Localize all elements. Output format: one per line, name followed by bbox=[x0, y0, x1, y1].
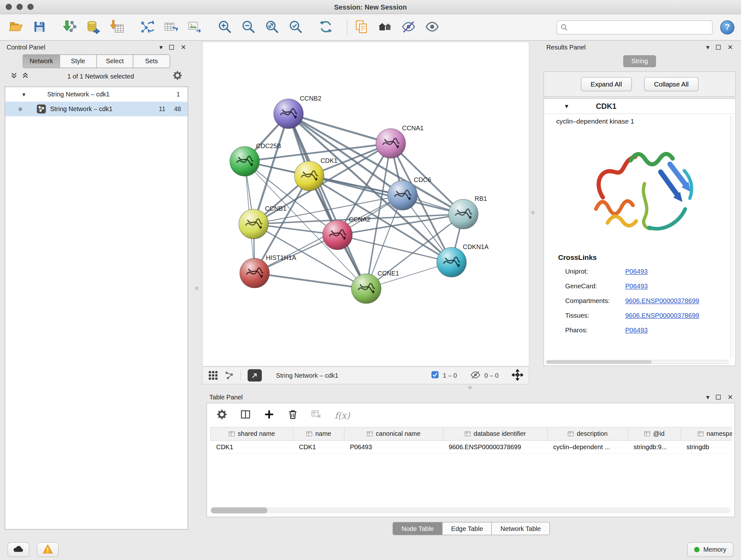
network-view[interactable]: CCNB2CCNA1CDC25BCDK1CDC6RB1CCNB1CCNA2CDK… bbox=[202, 42, 529, 366]
panel-collapse-icon[interactable]: ▾ bbox=[706, 44, 710, 51]
panel-splitter-handle[interactable] bbox=[531, 211, 534, 214]
column-header[interactable]: database identifier bbox=[443, 427, 547, 440]
minimize-window-button[interactable] bbox=[17, 4, 23, 10]
scrollbar-thumb[interactable] bbox=[211, 507, 267, 513]
cell-id[interactable]: stringdb:9... bbox=[628, 440, 681, 453]
column-header[interactable]: namespace bbox=[681, 427, 732, 440]
disclosure-triangle-icon[interactable]: ▼ bbox=[564, 103, 569, 110]
horizontal-scrollbar[interactable] bbox=[211, 507, 731, 513]
zoom-in-button[interactable] bbox=[215, 18, 233, 36]
vertical-scrollbar[interactable] bbox=[730, 115, 734, 358]
panel-splitter-handle[interactable] bbox=[195, 287, 199, 290]
add-column-icon[interactable] bbox=[264, 409, 274, 422]
zoom-fit-button[interactable] bbox=[263, 18, 280, 36]
home-button[interactable] bbox=[376, 18, 394, 36]
annotation-export-button[interactable] bbox=[248, 369, 262, 382]
cell-name[interactable]: CDK1 bbox=[293, 440, 344, 453]
cell-database-identifier[interactable]: 9606.ENSP00000378699 bbox=[443, 440, 547, 453]
column-header[interactable]: shared name bbox=[211, 427, 293, 440]
panel-float-icon[interactable] bbox=[170, 45, 174, 50]
network-node-cdk1[interactable]: CDK1 bbox=[294, 157, 337, 191]
column-header[interactable]: @id bbox=[628, 427, 681, 440]
import-network-database-button[interactable] bbox=[84, 18, 102, 36]
save-session-button[interactable] bbox=[30, 18, 48, 36]
new-network-from-selection-button[interactable] bbox=[138, 18, 156, 36]
panel-float-icon[interactable] bbox=[716, 45, 721, 50]
cloud-status-button[interactable] bbox=[8, 542, 29, 557]
copy-button[interactable] bbox=[352, 18, 370, 36]
crosslink-link[interactable]: P06493 bbox=[625, 327, 648, 334]
tab-select[interactable]: Select bbox=[96, 54, 133, 68]
network-share-icon[interactable] bbox=[224, 371, 234, 380]
collapse-all-button[interactable]: Collapse All bbox=[644, 77, 698, 91]
memory-button[interactable]: Memory bbox=[687, 542, 734, 557]
cell-namespace[interactable]: stringdb bbox=[681, 440, 732, 453]
selected-checkbox-icon[interactable] bbox=[431, 371, 439, 380]
horizontal-scrollbar[interactable] bbox=[546, 360, 729, 364]
crosslink-link[interactable]: 9606.ENSP00000378699 bbox=[625, 297, 699, 304]
apply-layout-button[interactable] bbox=[317, 18, 334, 36]
cell-description[interactable]: cyclin–dependent ... bbox=[548, 440, 628, 453]
column-header[interactable]: description bbox=[548, 427, 628, 440]
panel-close-icon[interactable]: ✕ bbox=[727, 394, 733, 401]
birdseye-grid-icon[interactable] bbox=[208, 371, 218, 380]
search-input[interactable] bbox=[556, 20, 713, 34]
expand-all-icon[interactable] bbox=[22, 72, 29, 80]
collapse-all-icon[interactable] bbox=[10, 72, 17, 80]
import-network-file-button[interactable] bbox=[61, 18, 78, 36]
show-columns-icon[interactable] bbox=[240, 409, 251, 422]
export-image-button[interactable] bbox=[185, 18, 203, 36]
network-row-selected[interactable]: String Network – cdk1 11 48 bbox=[5, 102, 188, 116]
panel-collapse-icon[interactable]: ▾ bbox=[159, 44, 162, 51]
hide-graphics-details-button[interactable] bbox=[399, 18, 417, 36]
network-node-ccna1[interactable]: CCNA1 bbox=[376, 125, 423, 159]
tab-sets[interactable]: Sets bbox=[133, 54, 170, 68]
help-button[interactable]: ? bbox=[720, 20, 734, 34]
panel-close-icon[interactable]: ✕ bbox=[181, 44, 186, 51]
network-edge[interactable] bbox=[288, 114, 366, 289]
close-window-button[interactable] bbox=[6, 4, 12, 10]
table-settings-gear-icon[interactable] bbox=[216, 409, 227, 422]
network-graph[interactable]: CCNB2CCNA1CDC25BCDK1CDC6RB1CCNB1CCNA2CDK… bbox=[203, 42, 529, 366]
tab-network[interactable]: Network bbox=[23, 54, 60, 68]
zoom-window-button[interactable] bbox=[27, 4, 33, 10]
protein-card-header[interactable]: ▼ CDK1 bbox=[544, 99, 735, 114]
cell-shared-name[interactable]: CDK1 bbox=[211, 440, 293, 453]
zoom-selected-button[interactable] bbox=[286, 18, 304, 36]
export-table-button[interactable] bbox=[161, 18, 179, 36]
crosslink-link[interactable]: P06493 bbox=[625, 268, 648, 275]
hidden-eye-slash-icon[interactable] bbox=[470, 369, 481, 381]
column-header[interactable]: name bbox=[293, 427, 344, 440]
panel-float-icon[interactable] bbox=[716, 395, 721, 400]
function-builder-button[interactable]: f(x) bbox=[334, 410, 350, 421]
panel-close-icon[interactable]: ✕ bbox=[727, 44, 733, 51]
panel-collapse-icon[interactable]: ▾ bbox=[706, 394, 710, 401]
column-header[interactable]: canonical name bbox=[344, 427, 443, 440]
network-node-ccnb2[interactable]: CCNB2 bbox=[274, 95, 321, 129]
table-row[interactable]: CDK1 CDK1 P06493 9606.ENSP00000378699 cy… bbox=[211, 440, 732, 453]
network-node-ccnb1[interactable]: CCNB1 bbox=[239, 205, 286, 239]
pan-crosshair-icon[interactable] bbox=[512, 369, 523, 382]
crosslink-link[interactable]: 9606.ENSP00000378699 bbox=[625, 312, 699, 319]
string-results-tab[interactable]: String bbox=[623, 55, 656, 67]
open-session-button[interactable] bbox=[7, 18, 24, 36]
scrollbar-thumb[interactable] bbox=[546, 360, 652, 363]
network-node-rb1[interactable]: RB1 bbox=[448, 195, 487, 229]
disclosure-triangle-icon[interactable]: ▼ bbox=[21, 91, 26, 98]
tab-style[interactable]: Style bbox=[59, 54, 97, 68]
gear-icon[interactable] bbox=[173, 71, 183, 82]
delete-column-trash-icon[interactable] bbox=[287, 409, 298, 422]
tab-network-table[interactable]: Network Table bbox=[491, 522, 550, 535]
panel-splitter-handle[interactable] bbox=[468, 386, 472, 389]
zoom-out-button[interactable] bbox=[239, 18, 257, 36]
import-table-button[interactable] bbox=[108, 18, 126, 36]
tab-edge-table[interactable]: Edge Table bbox=[442, 522, 492, 535]
network-edge[interactable] bbox=[255, 273, 366, 289]
show-graphics-details-button[interactable] bbox=[423, 18, 441, 36]
network-collection-row[interactable]: ▼ String Network – cdk1 1 bbox=[5, 87, 188, 102]
network-node-hist1h1a[interactable]: HIST1H1A bbox=[240, 254, 296, 288]
tab-node-table[interactable]: Node Table bbox=[393, 522, 443, 535]
warning-button[interactable] bbox=[37, 542, 59, 557]
expand-all-button[interactable]: Expand All bbox=[581, 77, 632, 91]
crosslink-link[interactable]: P06493 bbox=[625, 283, 648, 290]
